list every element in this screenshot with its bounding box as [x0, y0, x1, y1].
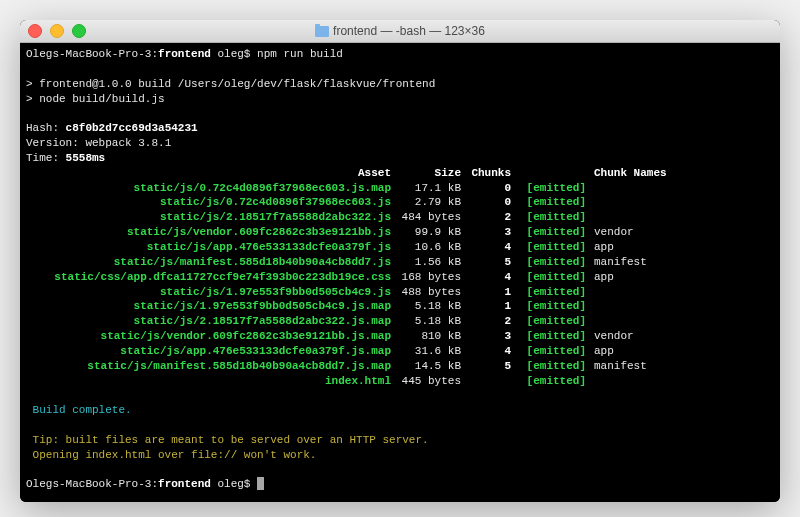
asset-chunks: 3 — [461, 225, 511, 240]
build-complete-msg: Build complete. — [26, 403, 774, 418]
asset-emitted: [emitted] — [511, 255, 590, 270]
table-row: static/js/0.72c4d0896f37968ec603.js2.79 … — [26, 195, 774, 210]
close-icon[interactable] — [28, 24, 42, 38]
asset-emitted: [emitted] — [511, 195, 590, 210]
asset-chunks: 4 — [461, 270, 511, 285]
asset-name: static/js/2.18517f7a5588d2abc322.js.map — [26, 314, 391, 329]
asset-emitted: [emitted] — [511, 329, 590, 344]
cursor-icon — [257, 477, 264, 490]
asset-emitted: [emitted] — [511, 359, 590, 374]
table-row: static/js/manifest.585d18b40b90a4cb8dd7.… — [26, 359, 774, 374]
asset-size: 10.6 kB — [391, 240, 461, 255]
table-row: static/css/app.dfca11727ccf9e74f393b0c22… — [26, 270, 774, 285]
asset-name: static/js/1.97e553f9bb0d505cb4c9.js.map — [26, 299, 391, 314]
asset-size: 488 bytes — [391, 285, 461, 300]
asset-size: 31.6 kB — [391, 344, 461, 359]
asset-name: index.html — [26, 374, 391, 389]
asset-size: 5.18 kB — [391, 299, 461, 314]
asset-chunk-name: manifest — [590, 359, 774, 374]
asset-size: 168 bytes — [391, 270, 461, 285]
asset-chunk-name — [590, 195, 774, 210]
tip-line: Tip: built files are meant to be served … — [26, 433, 774, 448]
prompt-line-idle: Olegs-MacBook-Pro-3:frontend oleg$ — [26, 477, 774, 492]
script-line: > node build/build.js — [26, 92, 774, 107]
asset-chunk-name: app — [590, 270, 774, 285]
asset-chunks — [461, 374, 511, 389]
asset-chunks: 3 — [461, 329, 511, 344]
asset-size: 17.1 kB — [391, 181, 461, 196]
asset-emitted: [emitted] — [511, 299, 590, 314]
asset-chunks: 5 — [461, 255, 511, 270]
asset-size: 810 kB — [391, 329, 461, 344]
asset-chunks: 4 — [461, 240, 511, 255]
table-row: static/js/1.97e553f9bb0d505cb4c9.js.map5… — [26, 299, 774, 314]
asset-size: 14.5 kB — [391, 359, 461, 374]
table-header: Asset Size Chunks Chunk Names — [26, 166, 774, 181]
table-row: static/js/2.18517f7a5588d2abc322.js484 b… — [26, 210, 774, 225]
asset-name: static/js/0.72c4d0896f37968ec603.js — [26, 195, 391, 210]
asset-name: static/js/vendor.609fc2862c3b3e9121bb.js… — [26, 329, 391, 344]
asset-name: static/js/2.18517f7a5588d2abc322.js — [26, 210, 391, 225]
asset-name: static/js/manifest.585d18b40b90a4cb8dd7.… — [26, 255, 391, 270]
table-row: static/js/app.476e533133dcfe0a379f.js.ma… — [26, 344, 774, 359]
asset-name: static/js/0.72c4d0896f37968ec603.js.map — [26, 181, 391, 196]
asset-size: 1.56 kB — [391, 255, 461, 270]
table-row: static/js/1.97e553f9bb0d505cb4c9.js488 b… — [26, 285, 774, 300]
asset-chunk-name: vendor — [590, 225, 774, 240]
asset-name: static/css/app.dfca11727ccf9e74f393b0c22… — [26, 270, 391, 285]
table-row: static/js/vendor.609fc2862c3b3e9121bb.js… — [26, 329, 774, 344]
asset-emitted: [emitted] — [511, 314, 590, 329]
asset-size: 5.18 kB — [391, 314, 461, 329]
tip-line: Opening index.html over file:// won't wo… — [26, 448, 774, 463]
asset-chunks: 0 — [461, 195, 511, 210]
asset-chunks: 1 — [461, 285, 511, 300]
table-row: static/js/vendor.609fc2862c3b3e9121bb.js… — [26, 225, 774, 240]
asset-chunks: 2 — [461, 314, 511, 329]
table-row: static/js/0.72c4d0896f37968ec603.js.map1… — [26, 181, 774, 196]
asset-chunks: 2 — [461, 210, 511, 225]
script-line: > frontend@1.0.0 build /Users/oleg/dev/f… — [26, 77, 774, 92]
window-title-text: frontend — -bash — 123×36 — [333, 24, 485, 38]
asset-chunk-name: manifest — [590, 255, 774, 270]
asset-size: 2.79 kB — [391, 195, 461, 210]
asset-chunks: 5 — [461, 359, 511, 374]
asset-size: 445 bytes — [391, 374, 461, 389]
asset-chunk-name: app — [590, 344, 774, 359]
asset-emitted: [emitted] — [511, 210, 590, 225]
table-row: static/js/manifest.585d18b40b90a4cb8dd7.… — [26, 255, 774, 270]
prompt-line: Olegs-MacBook-Pro-3:frontend oleg$ npm r… — [26, 47, 774, 62]
titlebar[interactable]: frontend — -bash — 123×36 — [20, 20, 780, 43]
terminal-window: frontend — -bash — 123×36 Olegs-MacBook-… — [20, 20, 780, 502]
asset-chunk-name: app — [590, 240, 774, 255]
table-row: static/js/app.476e533133dcfe0a379f.js10.… — [26, 240, 774, 255]
asset-name: static/js/app.476e533133dcfe0a379f.js.ma… — [26, 344, 391, 359]
asset-chunk-name — [590, 210, 774, 225]
folder-icon — [315, 26, 329, 37]
asset-table-body: static/js/0.72c4d0896f37968ec603.js.map1… — [26, 181, 774, 389]
asset-name: static/js/app.476e533133dcfe0a379f.js — [26, 240, 391, 255]
asset-size: 99.9 kB — [391, 225, 461, 240]
minimize-icon[interactable] — [50, 24, 64, 38]
asset-chunk-name — [590, 314, 774, 329]
table-row: index.html445 bytes[emitted] — [26, 374, 774, 389]
version-line: Version: webpack 3.8.1 — [26, 136, 774, 151]
asset-chunk-name — [590, 181, 774, 196]
hash-line: Hash: c8f0b2d7cc69d3a54231 — [26, 121, 774, 136]
asset-chunks: 4 — [461, 344, 511, 359]
time-line: Time: 5558ms — [26, 151, 774, 166]
asset-emitted: [emitted] — [511, 374, 590, 389]
window-title: frontend — -bash — 123×36 — [20, 24, 780, 38]
terminal-body[interactable]: Olegs-MacBook-Pro-3:frontend oleg$ npm r… — [20, 43, 780, 502]
asset-chunk-name: vendor — [590, 329, 774, 344]
asset-chunk-name — [590, 299, 774, 314]
asset-chunks: 0 — [461, 181, 511, 196]
asset-name: static/js/manifest.585d18b40b90a4cb8dd7.… — [26, 359, 391, 374]
asset-emitted: [emitted] — [511, 285, 590, 300]
traffic-lights — [20, 24, 86, 38]
asset-name: static/js/1.97e553f9bb0d505cb4c9.js — [26, 285, 391, 300]
asset-emitted: [emitted] — [511, 344, 590, 359]
asset-emitted: [emitted] — [511, 181, 590, 196]
zoom-icon[interactable] — [72, 24, 86, 38]
asset-emitted: [emitted] — [511, 225, 590, 240]
asset-chunks: 1 — [461, 299, 511, 314]
